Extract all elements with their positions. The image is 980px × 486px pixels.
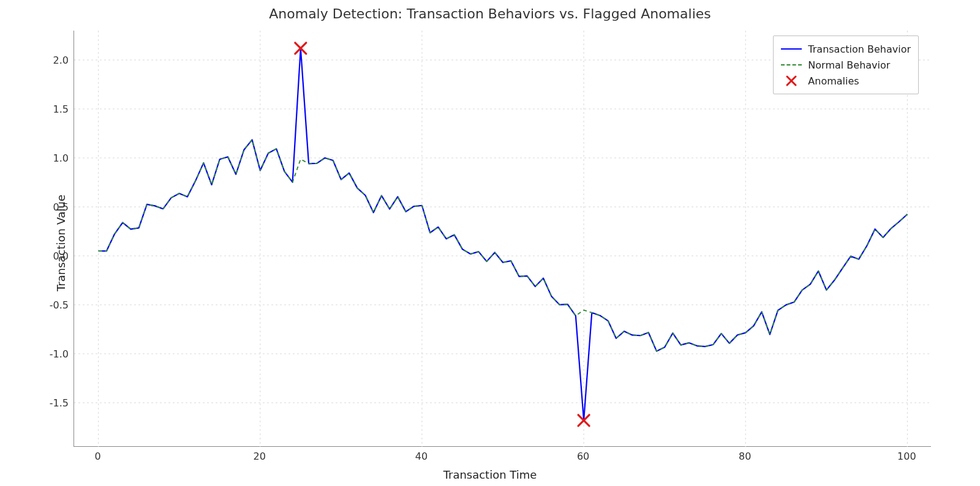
legend-entry-anomaly: Anomalies <box>781 73 911 89</box>
legend: Transaction Behavior Normal Behavior Ano… <box>773 36 919 94</box>
legend-swatch-x-icon <box>781 75 802 86</box>
y-tick-label: 1.0 <box>43 152 69 164</box>
y-tick-label: 0.5 <box>43 201 69 213</box>
legend-swatch-dashed-icon <box>781 64 802 65</box>
legend-label: Normal Behavior <box>808 59 890 71</box>
y-tick-label: -1.0 <box>43 348 69 360</box>
x-tick-label: 20 <box>254 450 266 462</box>
chart-title: Anomaly Detection: Transaction Behaviors… <box>0 6 980 21</box>
y-tick-label: 0.0 <box>43 250 69 262</box>
y-tick-label: 1.5 <box>43 103 69 115</box>
legend-entry-normal: Normal Behavior <box>781 57 911 73</box>
x-tick-label: 80 <box>739 450 751 462</box>
chart-container: Anomaly Detection: Transaction Behaviors… <box>0 0 980 486</box>
x-tick-label: 40 <box>415 450 428 462</box>
x-axis-label: Transaction Time <box>0 468 980 481</box>
legend-label: Anomalies <box>808 75 859 87</box>
series-transaction-behavior <box>99 48 908 421</box>
y-tick-label: -1.5 <box>43 397 69 409</box>
legend-label: Transaction Behavior <box>808 43 911 55</box>
y-tick-label: 2.0 <box>43 54 69 66</box>
x-tick-label: 100 <box>897 450 916 462</box>
x-tick-label: 60 <box>577 450 589 462</box>
series-normal-behavior <box>99 140 908 351</box>
legend-entry-transaction: Transaction Behavior <box>781 41 911 57</box>
x-tick-label: 0 <box>95 450 101 462</box>
legend-swatch-line-icon <box>781 48 802 50</box>
y-tick-label: -0.5 <box>43 299 69 311</box>
